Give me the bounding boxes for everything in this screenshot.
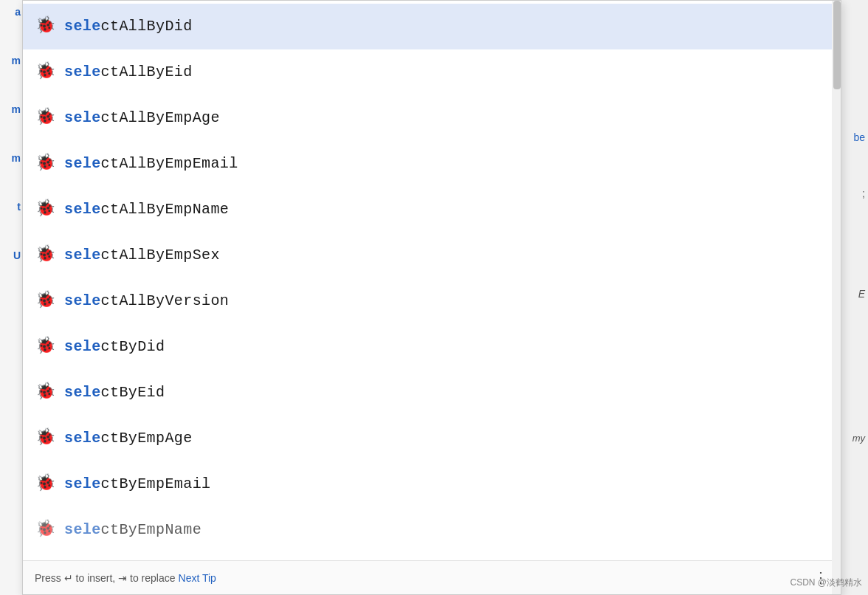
scrollbar-thumb[interactable] (833, 1, 841, 89)
autocomplete-item[interactable]: 🐞selectAllByEmpEmail (23, 141, 841, 187)
autocomplete-item[interactable]: 🐞selectByEmpAge (23, 416, 841, 461)
left-char-6: U (13, 250, 21, 261)
autocomplete-footer: Press ↵ to insert, ⇥ to replace Next Tip… (23, 560, 841, 594)
autocomplete-item-label: selectAllByVersion (64, 291, 229, 312)
method-icon: 🐞 (35, 520, 55, 540)
method-icon: 🐞 (35, 245, 55, 266)
method-icon: 🐞 (35, 291, 55, 312)
autocomplete-dropdown: 🐞selectAllByDid🐞selectAllByEid🐞selectAll… (22, 0, 841, 595)
next-tip-button[interactable]: Next Tip (179, 572, 216, 584)
autocomplete-item-label: selectAllByEmpEmail (64, 154, 238, 174)
autocomplete-item[interactable]: 🐞selectAllByEmpSex (23, 233, 841, 278)
autocomplete-item-label: selectAllByEid (64, 62, 193, 83)
autocomplete-item[interactable]: 🐞selectByEmpName (23, 507, 841, 553)
autocomplete-item[interactable]: 🐞selectByDid (23, 324, 841, 370)
method-icon: 🐞 (35, 199, 55, 220)
method-icon: 🐞 (35, 337, 55, 357)
right-edge-strip: be ; E my (846, 0, 868, 595)
autocomplete-item-label: selectByDid (64, 337, 165, 357)
autocomplete-list: 🐞selectAllByDid🐞selectAllByEid🐞selectAll… (23, 1, 841, 560)
autocomplete-item-label: selectAllByEmpSex (64, 245, 220, 266)
scrollbar[interactable] (832, 1, 841, 594)
autocomplete-item[interactable]: 🐞selectAllByEid (23, 49, 841, 95)
right-char-semi: ; (862, 188, 865, 199)
right-char-my: my (852, 433, 865, 444)
autocomplete-item[interactable]: 🐞selectByEmpEmail (23, 461, 841, 507)
autocomplete-item[interactable]: 🐞selectByEid (23, 370, 841, 416)
autocomplete-item-label: selectAllByEmpAge (64, 108, 220, 128)
left-char-1: a (15, 6, 21, 18)
method-icon: 🐞 (35, 474, 55, 495)
method-icon: 🐞 (35, 108, 55, 128)
left-char-3: m (12, 103, 21, 115)
autocomplete-item[interactable]: 🐞selectAllByEmpName (23, 187, 841, 233)
autocomplete-item-label: selectByEmpEmail (64, 474, 210, 495)
left-edge-strip: a m m m t U (0, 0, 22, 595)
method-icon: 🐞 (35, 428, 55, 449)
right-char-e: E (858, 288, 865, 300)
method-icon: 🐞 (35, 16, 55, 37)
autocomplete-item-label: selectByEmpName (64, 520, 202, 540)
autocomplete-item[interactable]: 🐞selectAllByVersion (23, 278, 841, 324)
autocomplete-item-label: selectByEmpAge (64, 428, 193, 449)
footer-hint-text: Press ↵ to insert, ⇥ to replace (35, 572, 176, 584)
left-char-4: m (12, 152, 21, 164)
right-char-be: be (853, 131, 865, 143)
method-icon: 🐞 (35, 154, 55, 174)
method-icon: 🐞 (35, 382, 55, 403)
left-char-5: t (17, 201, 21, 213)
autocomplete-item-label: selectAllByEmpName (64, 199, 229, 220)
autocomplete-item[interactable]: 🐞selectAllByEmpAge (23, 95, 841, 141)
footer-more-button[interactable]: ⋮ (813, 568, 829, 587)
autocomplete-item[interactable]: 🐞selectAllByDid (23, 4, 841, 49)
autocomplete-item-label: selectByEid (64, 382, 165, 403)
left-char-2: m (12, 55, 21, 66)
method-icon: 🐞 (35, 62, 55, 83)
autocomplete-item-label: selectAllByDid (64, 16, 193, 37)
